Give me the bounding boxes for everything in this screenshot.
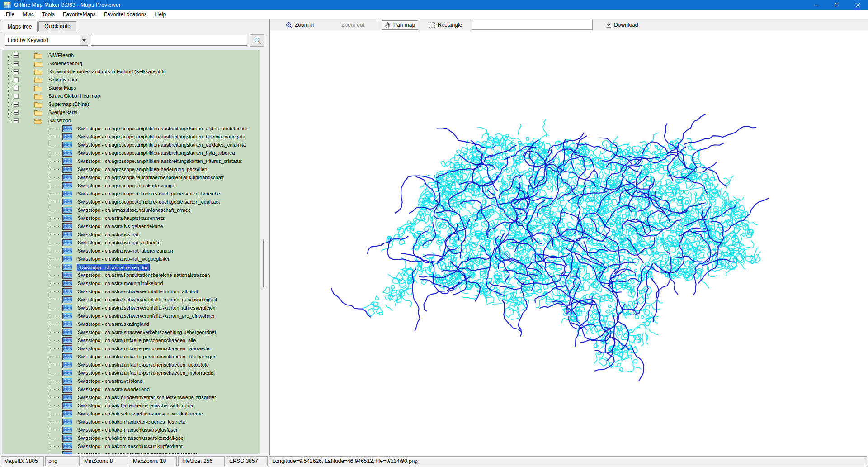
tree-layer-label[interactable]: Swisstopo - ch.astra.ivs-nat bbox=[77, 231, 140, 238]
tree-layer-label[interactable]: Swisstopo - ch.armasuisse.natur-landscha… bbox=[77, 207, 192, 213]
menu-item-misc[interactable]: Misc bbox=[19, 10, 38, 19]
tree-layer-label[interactable]: Swisstopo - ch.agroscope.korridore-feuch… bbox=[77, 199, 221, 205]
minimize-button[interactable] bbox=[806, 0, 826, 10]
tree-layer-label[interactable]: Swisstopo - ch.astra.unfaelle-personensc… bbox=[77, 362, 210, 368]
tree-layer-label[interactable]: Swisstopo - ch.agroscope.amphibien-ausbr… bbox=[77, 142, 247, 148]
search-button[interactable] bbox=[250, 34, 264, 47]
menu-item-help[interactable]: Help bbox=[151, 10, 170, 19]
tree-scrollbar[interactable] bbox=[260, 49, 269, 455]
expand-icon[interactable] bbox=[14, 69, 19, 74]
tree-folder-label[interactable]: Skoterleder.org bbox=[47, 60, 83, 67]
tree-layer-row[interactable]: Swisstopo - ch.agroscope.amphibien-ausbr… bbox=[2, 124, 260, 133]
tree-folder-label[interactable]: Solargis.com bbox=[47, 76, 78, 83]
chevron-down-icon[interactable] bbox=[80, 35, 88, 45]
tab-maps-tree[interactable]: Maps tree bbox=[2, 21, 38, 32]
expand-icon[interactable] bbox=[14, 110, 19, 115]
tree-layer-label[interactable]: Swisstopo - ch.astra.unfaelle-personensc… bbox=[77, 345, 212, 352]
expand-icon[interactable] bbox=[14, 102, 19, 107]
tree-layer-label[interactable]: Swisstopo - ch.astra.unfaelle-personensc… bbox=[77, 370, 216, 376]
zoom-in-button[interactable]: Zoom in bbox=[283, 20, 317, 30]
tree-layer-label[interactable]: Swisstopo - ch.agroscope.amphibien-ausbr… bbox=[77, 133, 246, 140]
collapse-icon[interactable] bbox=[14, 118, 19, 123]
tree-layer-row[interactable]: Swisstopo - ch.bak.schutzgebiete-unesco_… bbox=[2, 410, 260, 418]
map-viewport[interactable] bbox=[270, 30, 868, 455]
menu-item-tools[interactable]: Tools bbox=[38, 10, 59, 19]
rectangle-button[interactable]: Rectangle bbox=[425, 20, 465, 29]
tab-quick-goto[interactable]: Quick goto bbox=[38, 21, 76, 31]
tree-layer-label[interactable]: Swisstopo - ch.bak.schutzgebiete-unesco_… bbox=[77, 410, 204, 417]
tree-layer-row[interactable]: Swisstopo - ch.astra.skatingland bbox=[2, 320, 260, 328]
tree-layer-row[interactable]: Swisstopo - ch.astra.veloland bbox=[2, 377, 260, 385]
tree-layer-label[interactable]: Swisstopo - ch.bakom.anschlussart-glasfa… bbox=[77, 427, 179, 433]
tree-layer-row-selected[interactable]: Swisstopo - ch.astra.ivs-reg_loc bbox=[2, 263, 260, 271]
tree-layer-row[interactable]: Swisstopo - ch.bak.bundesinventar-schuet… bbox=[2, 393, 260, 401]
tree-folder-row[interactable]: Strava Global Heatmap bbox=[2, 92, 260, 100]
toolbar-text-field[interactable] bbox=[472, 20, 593, 30]
tree-layer-row[interactable]: Swisstopo - ch.astra.unfaelle-personensc… bbox=[2, 361, 260, 369]
tree-layer-row[interactable]: Swisstopo - ch.astra.unfaelle-personensc… bbox=[2, 369, 260, 377]
tree-folder-label[interactable]: Supermap (China) bbox=[47, 101, 90, 107]
tree-layer-row[interactable]: Swisstopo - ch.astra.konsultationsbereic… bbox=[2, 271, 260, 279]
tree-layer-row[interactable]: Swisstopo - ch.agroscope.amphibien-ausbr… bbox=[2, 141, 260, 149]
close-button[interactable] bbox=[847, 0, 868, 10]
tree-folder-label[interactable]: SIWEIearth bbox=[47, 52, 75, 58]
switzerland-map-preview[interactable] bbox=[270, 30, 867, 455]
tree-scrollbar-thumb[interactable] bbox=[263, 239, 264, 287]
tree-layer-label[interactable]: Swisstopo - ch.bakom.anbieter-eigenes_fe… bbox=[77, 419, 186, 425]
tree-layer-row[interactable]: Swisstopo - ch.astra.wanderland bbox=[2, 385, 260, 393]
menu-item-file[interactable]: File bbox=[2, 10, 19, 19]
tree-layer-label[interactable]: Swisstopo - ch.astra.hauptstrassennetz bbox=[77, 215, 165, 221]
tree-layer-row[interactable]: Swisstopo - ch.astra.unfaelle-personensc… bbox=[2, 353, 260, 361]
tree-layer-row[interactable]: Swisstopo - ch.astra.schwerverunfallte-k… bbox=[2, 287, 260, 295]
tree-layer-label[interactable]: Swisstopo - ch.bakom.anschlussart-kupfer… bbox=[77, 443, 184, 449]
tree-layer-row[interactable]: Swisstopo - ch.agroscope.korridore-feuch… bbox=[2, 190, 260, 198]
tree-folder-row[interactable]: Sverige karta bbox=[2, 108, 260, 116]
download-button[interactable]: Download bbox=[603, 20, 641, 29]
tree-layer-label[interactable]: Swisstopo - ch.astra.schwerverunfallte-k… bbox=[77, 288, 198, 295]
tree-layer-label[interactable]: Swisstopo - ch.astra.schwerverunfallte-k… bbox=[77, 296, 218, 303]
maps-tree[interactable]: SIWEIearthSkoterleder.orgSnowmobile rout… bbox=[2, 50, 260, 454]
tree-layer-row[interactable]: Swisstopo - ch.bak.halteplaetze-jenische… bbox=[2, 401, 260, 410]
tree-folder-row[interactable]: Solargis.com bbox=[2, 76, 260, 84]
tree-layer-label[interactable]: Swisstopo - ch.astra.unfaelle-personensc… bbox=[77, 337, 197, 343]
tree-layer-label[interactable]: Swisstopo - ch.astra.ivs-nat_abgrenzunge… bbox=[77, 248, 174, 254]
tree-layer-row[interactable]: Swisstopo - ch.agroscope.fokuskarte-voeg… bbox=[2, 181, 260, 190]
tree-folder-row[interactable]: SIWEIearth bbox=[2, 51, 260, 59]
tree-folder-row[interactable]: Stadia Maps bbox=[2, 84, 260, 92]
tree-folder-row[interactable]: Snowmobile routes and ruts in Finland (K… bbox=[2, 67, 260, 76]
tree-layer-row[interactable]: Swisstopo - ch.bakom.anschlussart-glasfa… bbox=[2, 426, 260, 434]
tree-layer-row[interactable]: Swisstopo - ch.astra.ivs-nat bbox=[2, 230, 260, 238]
tree-layer-row[interactable]: Swisstopo - ch.bakom.anschlussart-kupfer… bbox=[2, 442, 260, 450]
tree-layer-row[interactable]: Swisstopo - ch.agroscope.amphibien-ausbr… bbox=[2, 157, 260, 165]
tree-layer-row[interactable]: Swisstopo - ch.bakom.anbieter-eigenes_fe… bbox=[2, 418, 260, 426]
tree-folder-row[interactable]: Swisstopo bbox=[2, 116, 260, 124]
tree-layer-row[interactable]: Swisstopo - ch.astra.unfaelle-personensc… bbox=[2, 336, 260, 344]
tree-layer-label[interactable]: Swisstopo - ch.astra.veloland bbox=[77, 378, 143, 384]
tree-layer-label[interactable]: Swisstopo - ch.agroscope.amphibien-bedeu… bbox=[77, 166, 208, 172]
tree-layer-label[interactable]: Swisstopo - ch.astra.ivs-gelaendekarte bbox=[77, 223, 164, 229]
tree-layer-label[interactable]: Swisstopo - ch.agroscope.korridore-feuch… bbox=[77, 191, 221, 197]
tree-layer-label[interactable]: Swisstopo - ch.agroscope.fokuskarte-voeg… bbox=[77, 182, 176, 189]
pan-map-button[interactable]: Pan map bbox=[382, 20, 418, 30]
tree-layer-label[interactable]: Swisstopo - ch.astra.skatingland bbox=[77, 321, 150, 327]
tree-layer-label[interactable]: Swisstopo - ch.astra.konsultationsbereic… bbox=[77, 272, 211, 278]
find-mode-dropdown[interactable]: Find by Keyword bbox=[5, 35, 88, 46]
tree-layer-label[interactable]: Swisstopo - ch.astra.ivs-nat_wegbegleite… bbox=[77, 256, 170, 262]
tree-layer-row[interactable]: Swisstopo - ch.agroscope.amphibien-bedeu… bbox=[2, 165, 260, 173]
zoom-out-button[interactable]: Zoom out bbox=[338, 20, 368, 29]
tree-layer-row[interactable]: Swisstopo - ch.agroscope.feuchtflaechenp… bbox=[2, 173, 260, 181]
tree-layer-label[interactable]: Swisstopo - ch.agroscope.feuchtflaechenp… bbox=[77, 174, 225, 181]
tree-folder-row[interactable]: Skoterleder.org bbox=[2, 59, 260, 67]
tree-layer-row[interactable]: Swisstopo - ch.agroscope.amphibien-ausbr… bbox=[2, 149, 260, 157]
tree-layer-row[interactable]: Swisstopo - ch.astra.schwerverunfallte-k… bbox=[2, 295, 260, 304]
tree-layer-row[interactable]: Swisstopo - ch.astra.ivs-nat-verlaeufe bbox=[2, 238, 260, 247]
tree-layer-row[interactable]: Swisstopo - ch.agroscope.amphibien-ausbr… bbox=[2, 133, 260, 141]
expand-icon[interactable] bbox=[14, 53, 19, 58]
expand-icon[interactable] bbox=[14, 61, 19, 66]
tree-folder-label[interactable]: Sverige karta bbox=[47, 109, 79, 115]
tree-layer-row[interactable]: Swisstopo - ch.bakom.anschlussart-koaxia… bbox=[2, 434, 260, 442]
tree-layer-label[interactable]: Swisstopo - ch.astra.schwerverunfallte-k… bbox=[77, 313, 216, 319]
expand-icon[interactable] bbox=[14, 86, 19, 91]
tree-folder-label[interactable]: Strava Global Heatmap bbox=[47, 93, 101, 99]
tree-layer-row[interactable]: Swisstopo - ch.astra.ivs-nat_wegbegleite… bbox=[2, 255, 260, 263]
